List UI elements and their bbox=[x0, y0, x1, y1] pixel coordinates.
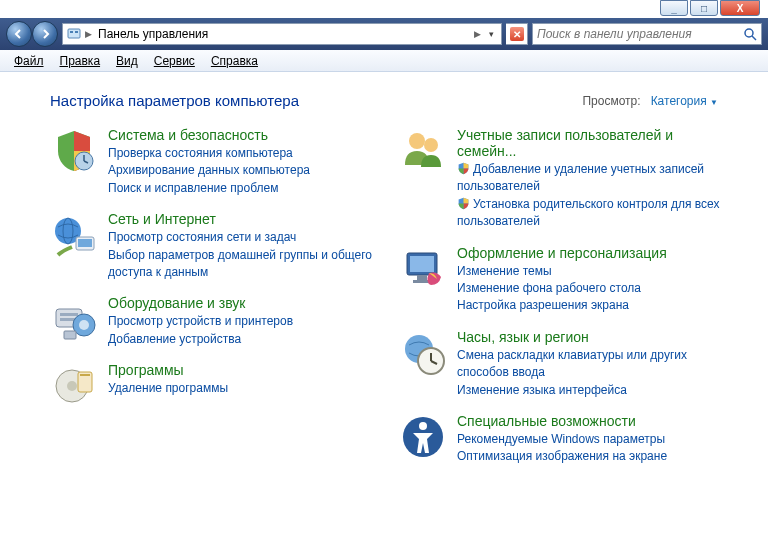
svg-rect-3 bbox=[70, 31, 73, 33]
ico-users-icon[interactable] bbox=[399, 127, 447, 175]
category-link[interactable]: Просмотр устройств и принтеров bbox=[108, 313, 379, 330]
ico-network-icon[interactable] bbox=[50, 211, 98, 259]
category-link[interactable]: Просмотр состояния сети и задач bbox=[108, 229, 379, 246]
category-link[interactable]: Архивирование данных компьютера bbox=[108, 162, 379, 179]
category-link[interactable]: Установка родительского контроля для все… bbox=[457, 196, 728, 231]
category-block: Система и безопасностьПроверка состояния… bbox=[50, 127, 379, 197]
chevron-down-icon: ▼ bbox=[710, 98, 718, 107]
category-title[interactable]: Оформление и персонализация bbox=[457, 245, 728, 261]
breadcrumb-separator[interactable]: ▶ bbox=[83, 29, 94, 39]
category-block: Сеть и ИнтернетПросмотр состояния сети и… bbox=[50, 211, 379, 281]
menu-edit[interactable]: Правка bbox=[52, 52, 109, 70]
content-area: Настройка параметров компьютера Просмотр… bbox=[0, 72, 768, 533]
category-title[interactable]: Специальные возможности bbox=[457, 413, 728, 429]
ico-hardware-icon[interactable] bbox=[50, 295, 98, 343]
category-title[interactable]: Часы, язык и регион bbox=[457, 329, 728, 345]
category-title[interactable]: Оборудование и звук bbox=[108, 295, 379, 311]
arrow-left-icon bbox=[13, 28, 25, 40]
uac-shield-icon bbox=[457, 162, 470, 175]
search-input[interactable] bbox=[537, 27, 743, 41]
svg-rect-4 bbox=[75, 31, 78, 33]
ico-clock-icon[interactable] bbox=[399, 329, 447, 377]
ico-personalize-icon[interactable] bbox=[399, 245, 447, 293]
back-button[interactable] bbox=[6, 21, 32, 47]
arrow-right-icon bbox=[39, 28, 51, 40]
category-link[interactable]: Проверка состояния компьютера bbox=[108, 145, 379, 162]
close-button[interactable]: X bbox=[720, 0, 760, 16]
search-box[interactable] bbox=[532, 23, 762, 45]
view-by-selector[interactable]: Просмотр: Категория ▼ bbox=[582, 94, 718, 108]
navigation-bar: ▶ Панель управления ▶ ▾ ✕ bbox=[0, 18, 768, 50]
category-link[interactable]: Рекомендуемые Windows параметры bbox=[457, 431, 728, 448]
category-link[interactable]: Изменение фона рабочего стола bbox=[457, 280, 728, 297]
menu-view[interactable]: Вид bbox=[108, 52, 146, 70]
menu-help[interactable]: Справка bbox=[203, 52, 266, 70]
category-block: ПрограммыУдаление программы bbox=[50, 362, 379, 410]
category-link[interactable]: Выбор параметров домашней группы и общег… bbox=[108, 247, 379, 282]
address-bar[interactable]: ▶ Панель управления ▶ ▾ bbox=[62, 23, 502, 45]
forward-button[interactable] bbox=[32, 21, 58, 47]
category-block: Специальные возможностиРекомендуемые Win… bbox=[399, 413, 728, 466]
ico-programs-icon[interactable] bbox=[50, 362, 98, 410]
svg-line-6 bbox=[752, 36, 756, 40]
category-link[interactable]: Поиск и исправление проблем bbox=[108, 180, 379, 197]
ico-system-icon[interactable] bbox=[50, 127, 98, 175]
maximize-button[interactable]: □ bbox=[690, 0, 718, 16]
category-link[interactable]: Добавление устройства bbox=[108, 331, 379, 348]
category-link[interactable]: Настройка разрешения экрана bbox=[457, 297, 728, 314]
category-link[interactable]: Удаление программы bbox=[108, 380, 379, 397]
category-block: Учетные записи пользователей и семейн...… bbox=[399, 127, 728, 231]
category-link[interactable]: Смена раскладки клавиатуры или других сп… bbox=[457, 347, 728, 382]
category-title[interactable]: Учетные записи пользователей и семейн... bbox=[457, 127, 728, 159]
stop-x-icon: ✕ bbox=[510, 27, 524, 41]
ico-access-icon[interactable] bbox=[399, 413, 447, 461]
svg-point-5 bbox=[745, 29, 753, 37]
category-block: Оформление и персонализацияИзменение тем… bbox=[399, 245, 728, 315]
breadcrumb-location[interactable]: Панель управления bbox=[94, 27, 472, 41]
category-link[interactable]: Изменение темы bbox=[457, 263, 728, 280]
uac-shield-icon bbox=[457, 197, 470, 210]
menu-bar: Файл Правка Вид Сервис Справка bbox=[0, 50, 768, 72]
control-panel-icon bbox=[65, 25, 83, 43]
category-link[interactable]: Изменение языка интерфейса bbox=[457, 382, 728, 399]
minimize-button[interactable]: _ bbox=[660, 0, 688, 16]
category-block: Часы, язык и регионСмена раскладки клави… bbox=[399, 329, 728, 399]
svg-rect-2 bbox=[68, 29, 80, 38]
refresh-stop-button[interactable]: ✕ bbox=[506, 23, 528, 45]
breadcrumb-separator[interactable]: ▶ bbox=[472, 29, 483, 39]
menu-file[interactable]: Файл bbox=[6, 52, 52, 70]
category-link[interactable]: Добавление и удаление учетных записей по… bbox=[457, 161, 728, 196]
menu-tools[interactable]: Сервис bbox=[146, 52, 203, 70]
category-title[interactable]: Программы bbox=[108, 362, 379, 378]
search-icon[interactable] bbox=[743, 27, 757, 41]
category-title[interactable]: Сеть и Интернет bbox=[108, 211, 379, 227]
page-title: Настройка параметров компьютера bbox=[50, 92, 299, 109]
address-dropdown[interactable]: ▾ bbox=[483, 29, 499, 39]
category-link[interactable]: Оптимизация изображения на экране bbox=[457, 448, 728, 465]
category-block: Оборудование и звукПросмотр устройств и … bbox=[50, 295, 379, 348]
category-title[interactable]: Система и безопасность bbox=[108, 127, 379, 143]
